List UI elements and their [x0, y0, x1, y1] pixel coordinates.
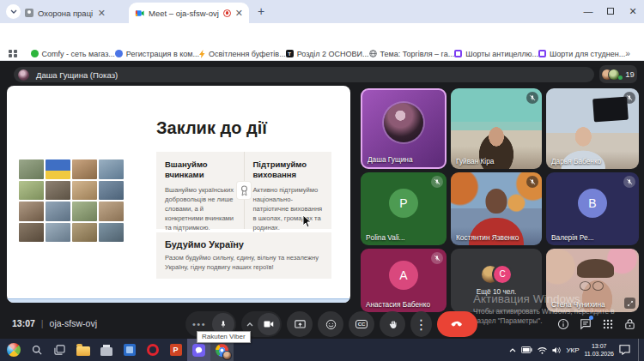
participant-count: 19 — [625, 69, 635, 79]
participant-tile[interactable]: Дарья Бабенко — [546, 88, 639, 169]
task-view-button[interactable] — [48, 339, 71, 361]
shared-screen-taskbar-strip — [7, 298, 350, 303]
presenter-avatar — [18, 69, 29, 81]
more-options-button[interactable]: ⋮ — [410, 311, 432, 337]
printer-icon — [100, 347, 112, 356]
battery-icon[interactable] — [521, 346, 532, 353]
taskbar-clock[interactable]: 13:07 11.03.2026 — [584, 342, 614, 358]
activities-button[interactable] — [602, 318, 614, 330]
person-silhouette — [577, 259, 614, 278]
person-silhouette — [486, 189, 507, 214]
mic-off-icon — [526, 176, 538, 188]
system-tray: УКР 13:07 11.03.2026 — [509, 339, 641, 361]
hidden-icons-chevron-icon[interactable] — [509, 348, 516, 352]
meeting-details-button[interactable] — [557, 318, 569, 330]
participant-tile[interactable]: Стела Чунихина — [546, 249, 639, 312]
captions-button[interactable]: CC — [349, 311, 374, 337]
participant-grid: Даша Гущина Гуйван Кіра Дарья Бабенко P … — [361, 88, 639, 312]
card-heading: Будуймо Україну — [165, 239, 323, 250]
meeting-time: 13:07 — [12, 318, 35, 328]
participant-tile[interactable]: P Polina Vali... — [361, 172, 447, 245]
participant-tile[interactable]: A Анастасия Бабенко — [361, 249, 447, 312]
more-audio-options-icon[interactable]: ••• — [187, 319, 211, 329]
opera-button[interactable] — [141, 339, 164, 361]
globe-icon — [369, 50, 377, 57]
host-controls-button[interactable] — [624, 318, 635, 330]
camera-button[interactable] — [258, 313, 280, 335]
search-icon — [32, 345, 42, 355]
bookmark-item[interactable]: Comfy - сеть магаз... — [31, 50, 115, 58]
bookmarks-overflow-icon[interactable]: » — [625, 49, 630, 58]
medal-icon — [237, 182, 251, 199]
bookmark-item[interactable]: Освітлення буфетів... — [199, 50, 286, 58]
printer-app-button[interactable] — [94, 339, 118, 361]
bookmark-item[interactable]: Шорты антицеллю... — [454, 50, 538, 58]
more-participants-tile[interactable]: C Ещё 10 чел. — [451, 249, 542, 312]
card-body: Активно підтримуймо національно-патріоти… — [253, 185, 324, 232]
card-heading: Підтримуймо виховання — [253, 159, 322, 181]
participant-tile[interactable]: Гуйван Кіра — [451, 88, 542, 169]
file-explorer-button[interactable] — [71, 339, 94, 361]
meet-stage-area: Даша Гущина (Показ) 19 Заклик до дії Вша… — [0, 61, 644, 339]
photos-icon — [124, 344, 136, 356]
mic-off-icon — [623, 92, 635, 104]
photos-app-button[interactable] — [118, 339, 141, 361]
bookmark-item[interactable]: Тема: Торгівля – га... — [369, 50, 455, 58]
photo-collage — [19, 159, 124, 242]
participant-count-pill[interactable]: 19 — [599, 65, 637, 83]
opera-icon — [147, 344, 159, 356]
bookmark-item[interactable]: Регистрация в ком... — [115, 50, 199, 58]
present-screen-button[interactable] — [287, 311, 313, 337]
more-participants-label: Ещё 10 чел. — [477, 287, 517, 296]
recording-indicator-icon — [223, 9, 231, 17]
raise-hand-button[interactable] — [380, 311, 405, 337]
action-center-icon[interactable] — [619, 345, 630, 355]
chat-button[interactable] — [580, 318, 592, 330]
window-minimize-button[interactable]: — — [577, 0, 599, 22]
taskbar-search-button[interactable] — [25, 339, 48, 361]
browser-toolbar: meet.google.com/oja-sfsw-ovj?authuser=0 … — [0, 23, 644, 47]
window-maximize-button[interactable] — [599, 0, 622, 22]
browser-tab-strip: Охорона праці та безпека жит ✕ Meet – oj… — [0, 0, 644, 23]
browser-tab-inactive[interactable]: Охорона праці та безпека жит ✕ — [19, 3, 112, 23]
network-icon[interactable] — [538, 346, 547, 354]
close-tab-icon[interactable]: ✕ — [98, 9, 106, 18]
reactions-button[interactable] — [318, 311, 343, 337]
viber-icon — [192, 344, 205, 357]
show-desktop-button[interactable] — [638, 339, 641, 361]
online-dot-icon — [618, 75, 623, 80]
browser-tab-active-meet[interactable]: Meet – oja-sfsw-ovj ✕ — [129, 3, 249, 23]
captions-icon: CC — [355, 320, 368, 328]
screen: Охорона праці та безпека жит ✕ Meet – oj… — [0, 0, 644, 361]
clock-date: 11.03.2026 — [584, 351, 614, 357]
mic-off-icon — [431, 252, 443, 264]
end-call-button[interactable] — [437, 311, 477, 337]
mouse-cursor — [302, 214, 312, 228]
bookmark-item[interactable]: Шорти для студнен... — [538, 50, 625, 58]
presenter-banner: Даша Гущина (Показ) — [14, 67, 594, 82]
camera-options-caret-icon[interactable] — [243, 322, 257, 327]
card-heading: Вшануймо вчинками — [165, 159, 234, 181]
clock-time: 13:07 — [592, 343, 607, 349]
new-tab-button[interactable]: + — [254, 4, 268, 18]
participant-tile-speaking[interactable]: Даша Гущина — [361, 88, 447, 169]
raise-hand-icon — [388, 319, 398, 330]
emoji-icon — [325, 319, 337, 330]
expand-tile-icon[interactable] — [624, 298, 635, 309]
chrome-icon — [216, 344, 228, 357]
participant-tile[interactable]: Костянтин Язвенко — [451, 172, 542, 245]
language-indicator[interactable]: УКР — [566, 346, 579, 354]
bookmark-favicon-icon — [454, 50, 462, 57]
bookmark-item[interactable]: TРозділ 2 ОСНОВИ... — [286, 50, 369, 58]
participant-tile[interactable]: B Валерія Ре... — [546, 172, 639, 245]
speaker-icon[interactable] — [552, 346, 561, 354]
apps-grid-icon[interactable] — [9, 50, 17, 58]
powerpoint-button[interactable]: P — [164, 339, 187, 361]
chevron-down-icon — [10, 9, 17, 14]
windows-taskbar: P УКР 13:07 11.03.2026 — [0, 339, 644, 361]
close-tab-icon[interactable]: ✕ — [235, 9, 243, 18]
start-button[interactable] — [2, 339, 25, 361]
participant-name: Даша Гущина — [368, 155, 413, 164]
chat-notification-dot — [589, 316, 593, 320]
window-close-button[interactable]: ✕ — [622, 0, 644, 22]
